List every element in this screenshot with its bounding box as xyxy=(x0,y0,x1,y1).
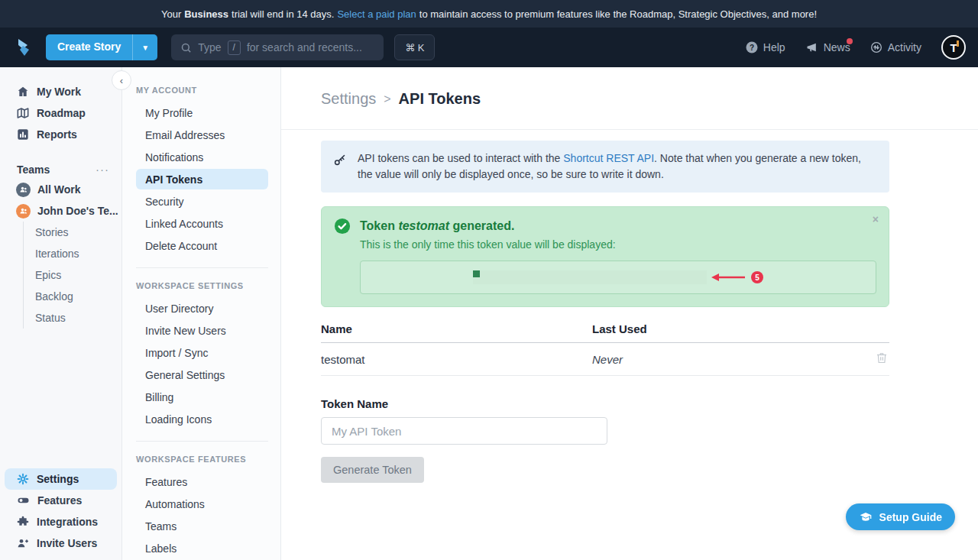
table-header-last-used: Last Used xyxy=(592,322,889,335)
key-icon xyxy=(333,154,346,167)
teams-more-menu[interactable]: ··· xyxy=(96,167,109,173)
search-icon xyxy=(180,42,192,53)
breadcrumb: Settings > API Tokens xyxy=(321,90,978,108)
create-story-caret-icon[interactable]: ▼ xyxy=(132,34,157,60)
slash-key-hint: / xyxy=(228,40,241,55)
sidebar-item-invite-users[interactable]: Invite Users xyxy=(5,532,117,554)
team-subnav: Stories Iterations Epics Backlog Status xyxy=(23,222,121,329)
news-menu[interactable]: News xyxy=(805,41,850,53)
gear-icon xyxy=(17,473,29,485)
sidebar-item-status[interactable]: Status xyxy=(35,307,121,329)
rest-api-link[interactable]: Shortcut REST API xyxy=(563,152,654,164)
breadcrumb-settings[interactable]: Settings xyxy=(321,90,376,108)
page-title: API Tokens xyxy=(399,90,481,108)
settings-nav-delete-account[interactable]: Delete Account xyxy=(136,235,268,256)
help-menu[interactable]: ? Help xyxy=(746,41,785,53)
settings-nav-import-sync[interactable]: Import / Sync xyxy=(136,342,268,363)
settings-nav-loading-icons[interactable]: Loading Icons xyxy=(136,409,268,429)
sidebar-item-john-does-team[interactable]: John Doe's Te... xyxy=(0,200,121,222)
people-icon xyxy=(19,185,28,194)
settings-nav-features[interactable]: Features xyxy=(136,471,268,492)
search-type-label: Type xyxy=(198,41,221,53)
settings-nav-billing[interactable]: Billing xyxy=(136,387,268,407)
settings-nav-labels[interactable]: Labels xyxy=(136,538,268,558)
create-story-label[interactable]: Create Story xyxy=(46,34,132,60)
activity-label: Activity xyxy=(888,41,921,53)
banner-plan-name: Business xyxy=(184,8,228,20)
user-plus-icon xyxy=(17,537,29,549)
setup-guide-button[interactable]: Setup Guide xyxy=(846,503,955,530)
sidebar-item-integrations[interactable]: Integrations xyxy=(5,511,117,532)
settings-nav-user-directory[interactable]: User Directory xyxy=(136,298,268,319)
sidebar-item-stories[interactable]: Stories xyxy=(35,222,121,243)
settings-nav-invite-new-users[interactable]: Invite New Users xyxy=(136,320,268,341)
search-input[interactable]: Type / for search and recents... xyxy=(171,34,384,60)
news-notification-dot xyxy=(847,38,853,44)
settings-nav-api-tokens[interactable]: API Tokens xyxy=(136,169,268,189)
home-icon xyxy=(17,86,29,98)
banner-text-post: to maintain access to premium features l… xyxy=(419,8,817,20)
user-avatar[interactable]: T xyxy=(941,35,966,60)
svg-text:?: ? xyxy=(750,44,754,52)
sidebar-item-iterations[interactable]: Iterations xyxy=(35,243,121,264)
settings-sidebar: MY ACCOUNT My Profile Email Addresses No… xyxy=(122,67,281,560)
token-name-label: Token Name xyxy=(321,397,889,410)
sidebar-item-my-work[interactable]: My Work xyxy=(0,81,121,102)
sidebar-item-reports[interactable]: Reports xyxy=(0,124,121,145)
api-token-info-box: API tokens can be used to interact with … xyxy=(321,141,889,193)
settings-nav-linked-accounts[interactable]: Linked Accounts xyxy=(136,213,268,234)
check-circle-icon xyxy=(334,218,351,235)
sidebar-item-backlog[interactable]: Backlog xyxy=(35,286,121,307)
toggle-icon xyxy=(17,494,30,507)
settings-nav-security[interactable]: Security xyxy=(136,191,268,212)
main-content: Settings > API Tokens API tokens can be … xyxy=(281,67,978,560)
alert-subtitle: This is the only time this token value w… xyxy=(360,238,876,251)
john-doe-team-avatar xyxy=(16,204,31,218)
primary-sidebar: ‹ My Work Roadmap Reports Teams ··· All … xyxy=(0,67,122,560)
table-row: testomat Never xyxy=(321,343,889,376)
activity-menu[interactable]: Activity xyxy=(870,41,921,53)
create-story-button[interactable]: Create Story ▼ xyxy=(46,34,157,60)
section-header-workspace-features: WORKSPACE FEATURES xyxy=(136,455,268,464)
sidebar-item-features[interactable]: Features xyxy=(5,490,117,511)
bar-chart-icon xyxy=(17,128,29,141)
redacted-token-mosaic xyxy=(473,270,707,284)
table-header-name: Name xyxy=(321,322,592,335)
teams-section-header: Teams ··· xyxy=(0,160,121,179)
sidebar-item-roadmap[interactable]: Roadmap xyxy=(0,102,121,124)
delete-token-button[interactable] xyxy=(874,350,889,368)
graduation-cap-icon xyxy=(859,511,873,523)
trial-banner: Your Business trial will end in 14 days.… xyxy=(0,0,978,28)
table-header-row: Name Last Used xyxy=(321,322,889,343)
help-label: Help xyxy=(763,41,785,53)
generate-token-button[interactable]: Generate Token xyxy=(321,457,424,483)
sidebar-item-epics[interactable]: Epics xyxy=(35,264,121,286)
section-divider xyxy=(136,267,268,268)
settings-nav-my-profile[interactable]: My Profile xyxy=(136,102,268,123)
settings-nav-notifications[interactable]: Notifications xyxy=(136,147,268,167)
annotation-number-badge: 5 xyxy=(751,271,763,283)
sidebar-collapse-button[interactable]: ‹ xyxy=(112,70,131,90)
banner-text-pre: Your xyxy=(161,8,181,20)
section-header-workspace-settings: WORKSPACE SETTINGS xyxy=(136,281,268,290)
setup-guide-label: Setup Guide xyxy=(879,511,942,523)
puzzle-icon xyxy=(17,516,29,528)
search-placeholder: for search and recents... xyxy=(247,41,362,53)
alert-title: Token testomat generated. xyxy=(360,219,514,233)
token-name-input[interactable] xyxy=(321,417,607,445)
sidebar-item-settings[interactable]: Settings xyxy=(5,468,117,490)
token-last-used-cell: Never xyxy=(592,353,874,366)
activity-icon xyxy=(870,41,882,53)
all-work-avatar xyxy=(16,183,31,197)
settings-nav-teams[interactable]: Teams xyxy=(136,516,268,536)
page-header: Settings > API Tokens xyxy=(281,67,978,130)
shortcut-logo-icon[interactable] xyxy=(12,36,35,59)
close-icon[interactable]: × xyxy=(873,214,879,225)
avatar-accent-mark xyxy=(957,40,959,47)
sidebar-item-all-work[interactable]: All Work xyxy=(0,179,121,200)
settings-nav-general-settings[interactable]: General Settings xyxy=(136,364,268,385)
command-k-button[interactable]: ⌘ K xyxy=(394,34,435,60)
settings-nav-automations[interactable]: Automations xyxy=(136,494,268,514)
settings-nav-email-addresses[interactable]: Email Addresses xyxy=(136,125,268,145)
select-paid-plan-link[interactable]: Select a paid plan xyxy=(337,8,416,20)
